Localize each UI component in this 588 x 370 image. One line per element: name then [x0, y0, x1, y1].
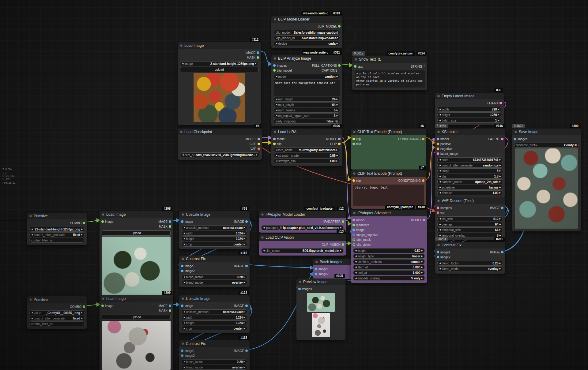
input-slot[interactable]: image2: [181, 269, 195, 273]
node-header[interactable]: Load Checkpoint: [178, 129, 262, 135]
widget-start_at[interactable]: start_at0.000: [353, 265, 425, 270]
node-header[interactable]: Contrast Fix: [435, 242, 505, 249]
text-area[interactable]: What does the background consist of?: [274, 80, 340, 96]
combo-prev-icon[interactable]: [439, 118, 441, 122]
combo-prev-icon[interactable]: [276, 74, 277, 79]
output-slot[interactable]: BLIP_MODEL: [318, 25, 341, 28]
upscale-image-38-node[interactable]: #38Upscale ImageimageIMAGEupscale_method…: [179, 211, 250, 249]
node-header[interactable]: Load Image: [100, 295, 173, 302]
show-text-node[interactable]: 0.001scomfyui-custom-#314Show Text🐍textS…: [352, 56, 427, 90]
input-slot[interactable]: image: [101, 220, 113, 223]
widget-weight_type[interactable]: weight_typelinear: [353, 254, 425, 259]
combo-prev-icon[interactable]: [31, 311, 33, 315]
input-slot[interactable]: image_negative: [352, 233, 378, 237]
output-slot[interactable]: CONDITIONING: [398, 137, 424, 141]
output-slot-dot-icon[interactable]: [422, 138, 424, 140]
widget-control_after_generate[interactable]: control_after_generaterandomize: [437, 163, 503, 168]
combo-next-icon[interactable]: [499, 228, 501, 232]
output-slot[interactable]: IMAGE: [490, 206, 503, 210]
combo-prev-icon[interactable]: [355, 260, 356, 264]
input-slot[interactable]: clip: [273, 142, 281, 146]
input-slot-dot-icon[interactable]: [437, 207, 439, 209]
node-header[interactable]: Preview Image: [296, 278, 345, 285]
output-slot-dot-icon[interactable]: [423, 219, 425, 221]
load-lora-node[interactable]: #306Load LoRAmodelMODELclipCLIPlora_name…: [271, 129, 342, 166]
combo-prev-icon[interactable]: [31, 316, 33, 320]
widget-crop[interactable]: cropcenter: [182, 326, 247, 331]
widget-denoise[interactable]: denoise1.00: [437, 190, 503, 195]
combo-next-icon[interactable]: [244, 226, 245, 230]
widget-early_stopping[interactable]: early_stoppingfalse: [274, 119, 340, 124]
collapse-dot-icon[interactable]: [299, 281, 301, 283]
combo-next-icon[interactable]: [81, 233, 83, 237]
widget-ipadapter_file[interactable]: ipadapter_fileip-adapter-plus_sdxl_vit-h…: [261, 225, 344, 230]
input-slot-dot-icon[interactable]: [352, 243, 355, 246]
node-header[interactable]: IPAdapter Model Loader: [259, 211, 346, 218]
output-slot-dot-icon[interactable]: [338, 143, 341, 145]
combo-next-icon[interactable]: [244, 365, 245, 369]
input-slot-dot-icon[interactable]: [181, 265, 183, 267]
blip-analyze-image-node[interactable]: was-node-suite-c#311BLIP Analyze Imageim…: [271, 55, 342, 126]
combo-prev-icon[interactable]: [276, 159, 277, 163]
clip-text-encode-negative-node[interactable]: #7CLIP Text Encode (Prompt)clipCONDITION…: [351, 170, 426, 209]
combo-next-icon[interactable]: [498, 107, 499, 111]
load-checkpoint-node[interactable]: #4Load CheckpointMODELCLIPVAEckpt_namesd…: [178, 129, 262, 160]
collapse-dot-icon[interactable]: [180, 44, 183, 47]
combo-next-icon[interactable]: [421, 254, 423, 258]
combo-next-icon[interactable]: [81, 316, 83, 320]
collapse-dot-icon[interactable]: [355, 58, 357, 61]
widget-embeds_scaling[interactable]: embeds_scalingV only: [353, 276, 425, 281]
combo-prev-icon[interactable]: [276, 108, 277, 112]
input-slot[interactable]: samples: [437, 206, 452, 210]
output-slot-dot-icon[interactable]: [245, 265, 248, 267]
output-slot-dot-icon[interactable]: [342, 220, 344, 223]
combo-prev-icon[interactable]: [263, 226, 265, 230]
ipadapter-model-loader-node[interactable]: comfyui_ipadapter#12IPAdapter Model Load…: [259, 211, 346, 233]
output-slot-dot-icon[interactable]: [245, 349, 248, 352]
input-slot[interactable]: image2: [181, 354, 195, 357]
output-slot-dot-icon[interactable]: [83, 305, 85, 308]
combo-next-icon[interactable]: [499, 185, 501, 189]
combo-next-icon[interactable]: [340, 226, 342, 230]
input-slot[interactable]: image1: [437, 251, 450, 254]
output-slot[interactable]: LATENT: [487, 102, 502, 105]
collapse-dot-icon[interactable]: [182, 213, 184, 216]
output-slot[interactable]: CLIP: [250, 142, 260, 146]
widget-blend_mode[interactable]: blend_modeoverlay: [182, 280, 247, 285]
output-slot[interactable]: CONDITIONING: [398, 179, 424, 182]
output-slot[interactable]: MASK: [159, 225, 171, 228]
combo-next-icon[interactable]: [499, 163, 501, 167]
collapse-dot-icon[interactable]: [182, 342, 184, 345]
clip-text-encode-positive-node[interactable]: #6CLIP Text Encode (Prompt)clipCONDITION…: [351, 129, 426, 170]
combo-prev-icon[interactable]: [183, 315, 185, 320]
output-slot[interactable]: FULL_CAPTIONS: [312, 64, 341, 67]
widget-blip_model[interactable]: blip_modelSalesforce/blip-image-captioni: [274, 30, 340, 35]
collapse-dot-icon[interactable]: [514, 131, 517, 133]
widget-height[interactable]: height1280: [437, 112, 501, 117]
combo-prev-icon[interactable]: [355, 254, 356, 258]
input-slot-dot-icon[interactable]: [101, 305, 104, 307]
blip-model-loader-node[interactable]: was-node-suite-c#313BLIP Model LoaderBLI…: [271, 16, 342, 48]
input-slot-dot-icon[interactable]: [352, 229, 355, 231]
output-slot[interactable]: MASK: [247, 56, 259, 59]
widget-clip_name[interactable]: clip_nameSD1.5\pytorch_model.bin: [261, 248, 344, 253]
primitive-node-top[interactable]: PrimitiveCOMBOvalue22-standard-height-12…: [27, 213, 87, 245]
node-header[interactable]: Load LoRA: [271, 129, 342, 135]
widget-cfg[interactable]: cfg1.8: [437, 174, 503, 179]
upload-button[interactable]: upload: [102, 315, 171, 320]
widget-width[interactable]: width720: [437, 107, 501, 112]
widget-steps[interactable]: steps8: [437, 168, 503, 173]
input-slot[interactable]: model: [437, 137, 449, 141]
collapse-dot-icon[interactable]: [353, 172, 356, 175]
combo-prev-icon[interactable]: [183, 275, 185, 279]
input-slot[interactable]: clip: [352, 179, 361, 182]
widget-device[interactable]: devicecuda: [274, 41, 340, 46]
input-slot-dot-icon[interactable]: [437, 256, 439, 258]
output-slot[interactable]: MASK: [159, 309, 171, 312]
node-header[interactable]: Primitive: [27, 296, 87, 303]
output-slot[interactable]: MODEL: [326, 137, 341, 141]
input-slot[interactable]: latent_image: [437, 152, 458, 155]
preview-image-node[interactable]: #305Preview Imageimages: [296, 278, 345, 340]
input-slot[interactable]: images: [514, 137, 527, 141]
input-slot-dot-icon[interactable]: [101, 220, 104, 223]
